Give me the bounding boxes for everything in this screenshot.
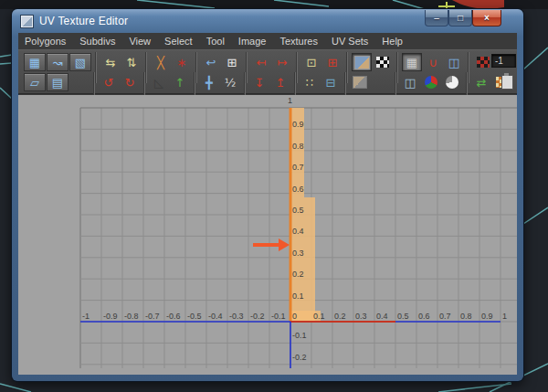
dim-image-button[interactable] (373, 53, 393, 71)
uv-texture-editor-window: UV Texture Editor –□× PolygonsSubdivsVie… (12, 9, 523, 381)
move-uv-shell-tool-icon: ▧ (75, 57, 86, 69)
tweak-uv-tool-button[interactable]: ▤ (47, 73, 68, 91)
isolate-select-dots-button[interactable]: ∷ (300, 73, 320, 91)
display-alpha-channel-button[interactable] (442, 73, 462, 91)
menu-help[interactable]: Help (382, 36, 403, 47)
menu-image[interactable]: Image (238, 36, 267, 47)
menu-subdivs[interactable]: Subdivs (79, 36, 115, 47)
shared-uvs-display-icon: ◫ (448, 57, 459, 69)
copy-uvs-icon: ◫ (405, 77, 416, 89)
isolate-select-toggle-icon: ⊡ (307, 57, 317, 69)
paste-uvs-button[interactable] (499, 73, 515, 91)
isolate-select-add-icon: ⊞ (328, 57, 338, 69)
x-axis-tick-label: -0.6 (166, 312, 181, 321)
update-psd-networks-button[interactable]: ⇄ (471, 73, 491, 91)
layout-uvs-icon: ↩ (206, 57, 216, 69)
view-grid-icon: ▦ (406, 57, 417, 69)
menu-select[interactable]: Select (164, 36, 193, 47)
align-u-min-icon: ↤ (257, 57, 267, 69)
copy-uvs-button[interactable]: ◫ (400, 73, 420, 91)
x-axis-tick-label: 0.9 (481, 312, 493, 321)
display-alpha-channel-icon (446, 76, 458, 89)
flip-v-icon: ⇅ (127, 57, 137, 69)
client-area: PolygonsSubdivsViewSelectToolImageTextur… (18, 33, 517, 375)
display-rgb-channels-button[interactable] (421, 73, 441, 91)
rotate-uvs-cw-icon: ↻ (125, 77, 135, 89)
uv-warp-tool-button[interactable]: ▱ (24, 73, 46, 91)
uv-lattice-tool-icon: ▦ (29, 57, 40, 69)
move-and-sew-icon: ↑ (175, 77, 185, 89)
rotate-uvs-ccw-icon: ↺ (104, 77, 114, 89)
y-axis-tick-label: 1 (288, 96, 292, 105)
rotate-uvs-ccw-button[interactable]: ↺ (99, 73, 119, 91)
pixel-snap-button[interactable]: ∪ (423, 53, 443, 71)
selected-uv-edge (290, 108, 292, 322)
align-v-min-button[interactable]: ↧ (249, 73, 269, 91)
x-axis-tick-label: -0.2 (250, 312, 265, 321)
isolate-select-toggle-button[interactable]: ⊡ (301, 53, 321, 71)
toggle-filtered-image-icon (353, 76, 367, 89)
normalize-uvs-icon: ½ (225, 77, 237, 89)
title-bar[interactable]: UV Texture Editor –□× (12, 9, 523, 33)
cut-uv-edges-button[interactable]: ╳ (151, 53, 171, 71)
window-title: UV Texture Editor (39, 15, 128, 27)
layout-shells-button[interactable]: ╋ (199, 73, 219, 91)
menu-textures[interactable]: Textures (279, 36, 318, 47)
y-axis-tick-label: -0.1 (292, 331, 307, 340)
selected-uv-shell-highlight (304, 197, 315, 322)
rotate-uvs-cw-button[interactable]: ↻ (120, 73, 140, 91)
menu-uv-sets[interactable]: UV Sets (332, 36, 368, 47)
align-v-max-button[interactable]: ↥ (270, 73, 290, 91)
x-axis-tick-label: 0 (292, 312, 297, 321)
sew-uv-edges-button[interactable]: ◺ (149, 73, 169, 91)
x-axis-tick-label: -0.3 (229, 312, 244, 321)
uv-editor-canvas[interactable]: -1-0.9-0.8-0.7-0.6-0.5-0.4-0.3-0.2-0.100… (18, 95, 517, 375)
layout-shells-icon: ╋ (206, 77, 213, 89)
toolbar-spacer (371, 82, 392, 83)
normalize-uvs-button[interactable]: ½ (220, 73, 240, 91)
menu-tool[interactable]: Tool (206, 36, 225, 47)
dim-image-icon (376, 57, 389, 68)
move-and-sew-button[interactable]: ↑ (170, 73, 190, 91)
menu-polygons[interactable]: Polygons (25, 36, 66, 47)
y-axis-tick-label: 0.1 (292, 291, 304, 301)
flip-u-button[interactable]: ⇆ (100, 53, 121, 71)
flip-u-icon: ⇆ (106, 57, 116, 69)
isolate-select-add-button[interactable]: ⊞ (322, 53, 342, 71)
x-axis-tick-label: 0.3 (355, 312, 367, 321)
x-axis-tick-label: 0.4 (376, 312, 388, 321)
layout-uvs-button[interactable]: ↩ (201, 53, 221, 71)
uv-snapshot-icon (477, 57, 490, 68)
isolate-select-remove-button[interactable]: ⊟ (321, 73, 341, 91)
x-axis-tick-label: 0.8 (460, 312, 472, 321)
y-axis-tick-label: 0.5 (292, 206, 304, 215)
x-axis-tick-label: 0.2 (334, 312, 346, 321)
align-u-min-button[interactable]: ↤ (251, 53, 271, 71)
y-axis-tick-label: 0.3 (292, 249, 304, 258)
u-coordinate-field[interactable] (491, 54, 516, 68)
toggle-filtered-image-button[interactable] (350, 73, 370, 91)
shared-uvs-display-button[interactable]: ◫ (444, 53, 464, 71)
cut-uv-edges-icon: ╳ (157, 57, 164, 69)
sew-uv-edges-icon: ◺ (154, 77, 163, 89)
view-grid-button[interactable]: ▦ (402, 53, 422, 71)
grid-uvs-button[interactable]: ⊞ (222, 53, 242, 71)
uv-smudge-tool-button[interactable]: ↝ (47, 53, 68, 71)
flip-v-button[interactable]: ⇅ (121, 53, 142, 71)
align-u-max-button[interactable]: ↦ (272, 53, 292, 71)
tweak-uv-tool-icon: ▤ (52, 77, 63, 89)
y-axis-tick-label: 0.8 (292, 142, 304, 151)
x-axis-tick-label: 0.6 (418, 312, 430, 321)
maximize-button[interactable]: □ (448, 10, 472, 26)
display-image-button[interactable] (352, 53, 372, 71)
y-axis-tick-label: -0.2 (292, 353, 307, 362)
uv-snapshot-button[interactable] (473, 53, 493, 71)
close-button[interactable]: × (472, 10, 501, 26)
split-uvs-button[interactable]: ∗ (172, 53, 192, 71)
uv-lattice-tool-button[interactable]: ▦ (24, 53, 46, 71)
move-uv-shell-tool-button[interactable]: ▧ (69, 53, 91, 71)
menu-view[interactable]: View (129, 36, 151, 47)
minimize-button[interactable]: – (425, 10, 448, 26)
window-icon (20, 15, 34, 28)
align-u-max-icon: ↦ (278, 57, 288, 69)
